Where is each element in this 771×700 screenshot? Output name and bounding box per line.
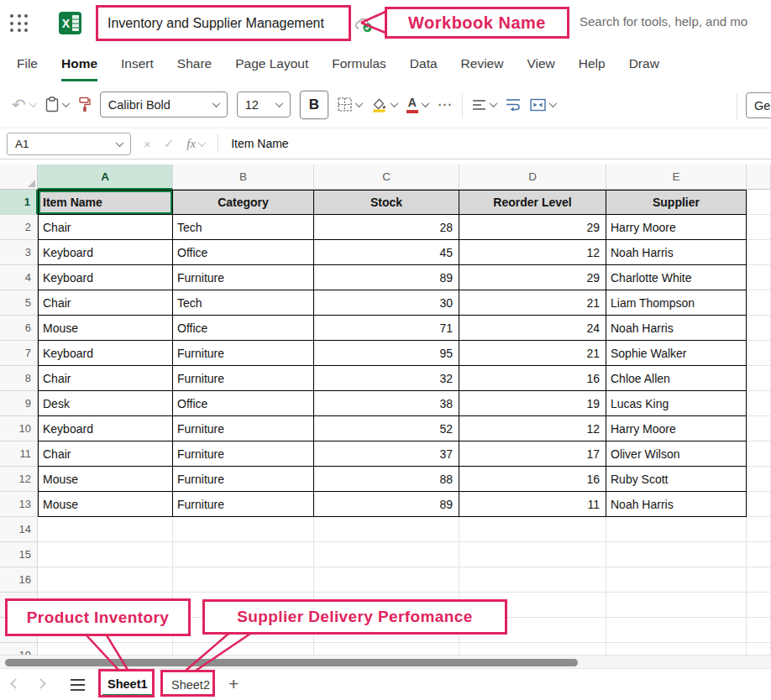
format-painter-button[interactable] xyxy=(78,97,91,112)
row-header-12[interactable]: 12 xyxy=(0,467,38,492)
cell-A7[interactable]: Keyboard xyxy=(38,341,173,366)
cell-A4[interactable]: Keyboard xyxy=(38,265,173,290)
cell-D1[interactable]: Reorder Level xyxy=(459,190,606,215)
row-header-7[interactable]: 7 xyxy=(0,341,38,366)
cell-B13[interactable]: Furniture xyxy=(173,492,314,517)
cell-A2[interactable]: Chair xyxy=(38,215,173,240)
cell-B9[interactable]: Office xyxy=(173,391,314,416)
menu-file[interactable]: File xyxy=(17,46,38,81)
row-header-11[interactable]: 11 xyxy=(0,441,38,467)
merge-cells-button[interactable] xyxy=(530,98,556,112)
cell-E5[interactable]: Liam Thompson xyxy=(606,290,747,316)
row-header-2[interactable]: 2 xyxy=(0,215,38,240)
cell-A10[interactable]: Keyboard xyxy=(38,416,173,441)
font-size-select[interactable]: 12 xyxy=(237,91,291,118)
column-header-A[interactable]: A xyxy=(38,165,173,190)
menu-page-layout[interactable]: Page Layout xyxy=(235,46,308,81)
row-header-10[interactable]: 10 xyxy=(0,416,38,441)
insert-function-button[interactable]: fx xyxy=(186,137,205,151)
cell-A13[interactable]: Mouse xyxy=(38,492,173,517)
row-header-1[interactable]: 1 xyxy=(0,190,38,215)
column-header-E[interactable]: E xyxy=(606,165,747,190)
cell-B4[interactable]: Furniture xyxy=(173,265,314,290)
cell-C11[interactable]: 37 xyxy=(314,441,459,467)
cell-C16[interactable] xyxy=(314,567,459,593)
search-input[interactable]: Search for tools, help, and mo xyxy=(580,14,771,29)
cell-E11[interactable]: Oliver Wilson xyxy=(606,441,747,467)
cell-E17[interactable] xyxy=(606,593,747,618)
cell-E13[interactable]: Noah Harris xyxy=(606,492,747,517)
cell-C19[interactable] xyxy=(314,643,459,655)
cell-E6[interactable]: Noah Harris xyxy=(606,316,747,341)
cell-A11[interactable]: Chair xyxy=(38,441,173,467)
cell-A6[interactable]: Mouse xyxy=(38,316,173,341)
cell-D19[interactable] xyxy=(459,643,606,655)
cell-D4[interactable]: 29 xyxy=(459,265,606,290)
cell-C6[interactable]: 71 xyxy=(314,316,459,341)
cell-A16[interactable] xyxy=(38,567,173,593)
cell-D9[interactable]: 19 xyxy=(459,391,606,416)
row-header-15[interactable]: 15 xyxy=(0,542,38,567)
row-header-13[interactable]: 13 xyxy=(0,492,38,517)
cell-C12[interactable]: 88 xyxy=(314,467,459,492)
cell-E8[interactable]: Chloe Allen xyxy=(606,366,747,391)
borders-button[interactable] xyxy=(338,97,362,112)
cell-A19[interactable] xyxy=(38,643,173,655)
row-header-4[interactable]: 4 xyxy=(0,265,38,290)
cell-B10[interactable]: Furniture xyxy=(173,416,314,441)
cell-C14[interactable] xyxy=(314,517,459,542)
cell-A8[interactable]: Chair xyxy=(38,366,173,391)
formula-input[interactable]: Item Name xyxy=(231,137,288,150)
font-color-button[interactable]: A xyxy=(406,97,428,113)
select-all-corner[interactable] xyxy=(0,165,38,190)
cell-A14[interactable] xyxy=(38,517,173,542)
undo-button[interactable]: ↶ xyxy=(12,97,36,113)
cell-D16[interactable] xyxy=(459,567,606,593)
cell-D13[interactable]: 11 xyxy=(459,492,606,517)
cell-D3[interactable]: 12 xyxy=(459,240,606,265)
cell-A3[interactable]: Keyboard xyxy=(38,240,173,265)
menu-formulas[interactable]: Formulas xyxy=(332,46,386,81)
cell-B8[interactable]: Furniture xyxy=(173,366,314,391)
cell-E14[interactable] xyxy=(606,517,747,542)
row-header-14[interactable]: 14 xyxy=(0,517,38,542)
cell-B11[interactable]: Furniture xyxy=(173,441,314,467)
cell-B3[interactable]: Office xyxy=(173,240,314,265)
cell-B7[interactable]: Furniture xyxy=(173,341,314,366)
horizontal-scrollbar-thumb[interactable] xyxy=(5,659,578,666)
cell-E2[interactable]: Harry Moore xyxy=(606,215,747,240)
menu-share[interactable]: Share xyxy=(177,46,212,81)
row-header-19[interactable]: 19 xyxy=(0,643,38,655)
cancel-icon[interactable]: × xyxy=(144,137,151,151)
cell-E12[interactable]: Ruby Scott xyxy=(606,467,747,492)
row-header-5[interactable]: 5 xyxy=(0,290,38,316)
cell-C5[interactable]: 30 xyxy=(314,290,459,316)
bold-button[interactable]: B xyxy=(300,91,328,119)
column-header-B[interactable]: B xyxy=(173,165,314,190)
cell-E18[interactable] xyxy=(606,618,747,643)
cell-B15[interactable] xyxy=(173,542,314,567)
cell-D8[interactable]: 16 xyxy=(459,366,606,391)
menu-review[interactable]: Review xyxy=(461,46,504,81)
cell-C9[interactable]: 38 xyxy=(314,391,459,416)
menu-draw[interactable]: Draw xyxy=(629,46,659,81)
cell-C15[interactable] xyxy=(314,542,459,567)
cell-A15[interactable] xyxy=(38,542,173,567)
row-header-16[interactable]: 16 xyxy=(0,567,38,593)
cell-A1[interactable]: Item Name xyxy=(38,190,173,215)
wrap-text-button[interactable] xyxy=(506,98,521,111)
cell-E19[interactable] xyxy=(606,643,747,655)
column-header-C[interactable]: C xyxy=(314,165,459,190)
cell-E10[interactable]: Harry Moore xyxy=(606,416,747,441)
more-options-button[interactable]: ⋯ xyxy=(438,96,453,113)
cell-B5[interactable]: Tech xyxy=(173,290,314,316)
cell-B14[interactable] xyxy=(173,517,314,542)
cell-D15[interactable] xyxy=(459,542,606,567)
cell-D14[interactable] xyxy=(459,517,606,542)
paste-button[interactable] xyxy=(45,97,69,112)
enter-icon[interactable]: ✓ xyxy=(164,136,175,151)
cell-C3[interactable]: 45 xyxy=(314,240,459,265)
cell-C8[interactable]: 32 xyxy=(314,366,459,391)
menu-data[interactable]: Data xyxy=(410,46,438,81)
cell-C1[interactable]: Stock xyxy=(314,190,459,215)
